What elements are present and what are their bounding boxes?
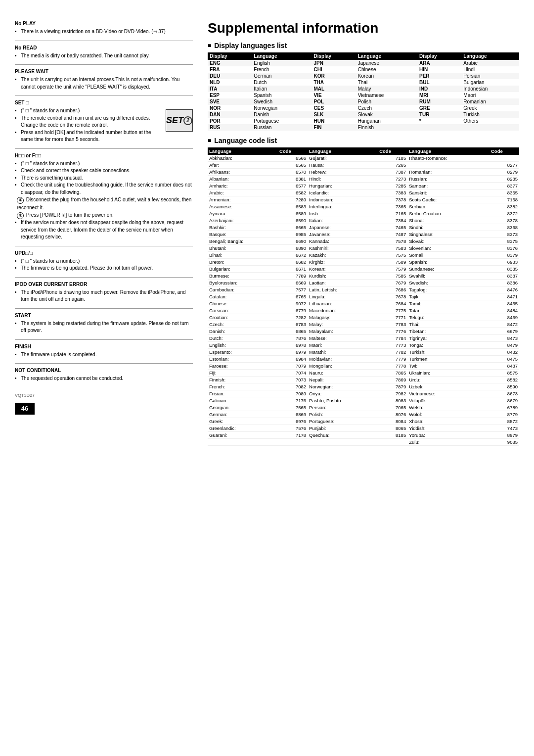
lang-code-row: Abkhazian:6566Gujarati:7185Rhaeto-Romanc… bbox=[208, 155, 519, 162]
display-lang-cell: Hindi bbox=[461, 66, 519, 73]
lang-name: Armenian: bbox=[208, 196, 278, 203]
lang-code: 8277 bbox=[490, 161, 519, 168]
lang-code-row: Zulu:9085 bbox=[208, 438, 519, 445]
lang-code-row: Bhutani:6890Kashmiri:7583Slovenian:8376 bbox=[208, 244, 519, 251]
lang-code: 7289 bbox=[278, 196, 308, 203]
lang-code: 7678 bbox=[378, 293, 407, 300]
lang-code: 6570 bbox=[278, 168, 308, 175]
lang-name: Pashto, Pushto: bbox=[308, 397, 378, 404]
no-play-section: No PLAY There is a viewing restriction o… bbox=[15, 20, 193, 36]
lang-name: Abkhazian: bbox=[208, 155, 278, 162]
lang-name: Byelorussian: bbox=[208, 279, 278, 286]
lang-code: 8373 bbox=[490, 231, 519, 237]
display-lang-cell: ENG bbox=[208, 60, 252, 66]
lang-code-row: Armenian:7289Indonesian:7378Scots Gaelic… bbox=[208, 196, 519, 203]
lang-name: Polish: bbox=[308, 411, 378, 418]
lang-name: Turkmen: bbox=[407, 355, 490, 362]
lang-code: 7679 bbox=[378, 279, 407, 286]
lang-code: 7073 bbox=[278, 376, 308, 383]
lang-name: Icelandic: bbox=[308, 189, 378, 196]
lang-code-row: Afrikaans:6570Hebrew:7387Romanian:8279 bbox=[208, 168, 519, 175]
lang-code: 8582 bbox=[490, 376, 519, 383]
lang-name: Lingala: bbox=[308, 293, 378, 300]
display-lang-row: RUSRussianFINFinnish bbox=[208, 124, 519, 131]
lang-code-row: Greenlandic:7576Punjabi:8065Yiddish:7473 bbox=[208, 425, 519, 431]
lang-code-row: Arabic:6582Icelandic:7383Sanskrit:8365 bbox=[208, 189, 519, 196]
lang-code: 9085 bbox=[490, 438, 519, 445]
lang-code-row: German:6869Polish:8076Wolof:8779 bbox=[208, 411, 519, 418]
lang-code-row: Amharic:6577Hungarian:7285Samoan:8377 bbox=[208, 182, 519, 189]
lang-name: Volapük: bbox=[407, 397, 490, 404]
lang-code: 7583 bbox=[378, 244, 407, 251]
hff-section: H□□ or F□□ (" □ " stands for a number.) … bbox=[15, 152, 193, 241]
display-lang-cell: Persian bbox=[461, 73, 519, 79]
lang-code: 7775 bbox=[378, 307, 407, 314]
start-section: START The system is being restarted duri… bbox=[15, 312, 193, 334]
display-lang-cell: NLD bbox=[208, 79, 252, 86]
display-lang-cell: DAN bbox=[208, 111, 252, 118]
display-lang-cell: Slovak bbox=[356, 111, 417, 118]
display-lang-cell: RUM bbox=[417, 98, 461, 105]
lang-name: Tigrinya: bbox=[407, 334, 490, 341]
display-lang-cell: ESP bbox=[208, 92, 252, 98]
right-column: Supplemental information Display languag… bbox=[203, 20, 519, 736]
lang-name bbox=[407, 161, 490, 168]
lang-name: Guarani: bbox=[208, 431, 278, 438]
display-lang-cell: Dutch bbox=[252, 79, 312, 86]
lang-code-row: Esperanto:6979Marathi:7782Turkish:8482 bbox=[208, 348, 519, 355]
lang-code-row: Galician:7176Pashto, Pushto:8083Volapük:… bbox=[208, 397, 519, 404]
display-lang-cell: Bulgarian bbox=[461, 79, 519, 86]
lang-code: 9072 bbox=[278, 300, 308, 307]
lang-name: Turkish: bbox=[407, 348, 490, 355]
lang-code bbox=[378, 438, 407, 445]
lang-code: 8479 bbox=[490, 341, 519, 348]
lang-code: 6783 bbox=[278, 321, 308, 328]
set-item-3: Press and hold [OK] and the indicated nu… bbox=[15, 129, 161, 143]
display-lang-cell: Korean bbox=[356, 73, 417, 79]
lang-name: Bengali; Bangla: bbox=[208, 237, 278, 244]
lang-code: 7487 bbox=[378, 231, 407, 237]
lang-name: Tamil: bbox=[407, 300, 490, 307]
lang-name: Rhaeto-Romance: bbox=[407, 155, 490, 162]
lang-name: Afar: bbox=[208, 161, 278, 168]
no-read-title: No READ bbox=[15, 44, 193, 51]
lang-code: 7082 bbox=[278, 383, 308, 390]
lang-name: Lithuanian: bbox=[308, 300, 378, 307]
lang-code: 6665 bbox=[278, 224, 308, 231]
lang-code: 6565 bbox=[278, 161, 308, 168]
lang-name: Laotian: bbox=[308, 279, 378, 286]
lang-code: 6979 bbox=[278, 348, 308, 355]
lang-code: 7784 bbox=[378, 334, 407, 341]
lang-code-row: Fiji:7074Nauru:7865Ukrainian:8575 bbox=[208, 369, 519, 376]
display-lang-cell: Danish bbox=[252, 111, 312, 118]
display-lang-cell: Malay bbox=[356, 86, 417, 92]
display-lang-cell: FRA bbox=[208, 66, 252, 73]
set-section: SET □ (" □ " stands for a number.) The r… bbox=[15, 99, 193, 143]
lang-code: 6671 bbox=[278, 265, 308, 272]
lang-code: 7383 bbox=[378, 189, 407, 196]
lang-name: Croatian: bbox=[208, 314, 278, 321]
display-lang-cell: IND bbox=[417, 86, 461, 92]
lang-code: 7778 bbox=[378, 362, 407, 369]
lang-code: 8673 bbox=[490, 390, 519, 397]
lang-code: 8375 bbox=[490, 237, 519, 244]
display-lang-cell: POR bbox=[208, 118, 252, 124]
lang-name: Tibetan: bbox=[407, 328, 490, 334]
lang-name: Catalan: bbox=[208, 293, 278, 300]
lang-name: Bashkir: bbox=[208, 224, 278, 231]
lang-name: Korean: bbox=[308, 265, 378, 272]
lang-name: English: bbox=[208, 341, 278, 348]
display-lang-cell: VIE bbox=[312, 92, 356, 98]
lang-code-row: Dutch:7876Maltese:7784Tigrinya:8473 bbox=[208, 334, 519, 341]
lang-code-row: Estonian:6984Moldavian:7779Turkmen:8475 bbox=[208, 355, 519, 362]
display-lang-cell: Hungarian bbox=[356, 118, 417, 124]
lang-code-row: Albanian:8381Hindi:7273Russian:8285 bbox=[208, 175, 519, 182]
lang-code-row: Assamese:6583Interlingua:7365Serbian:838… bbox=[208, 203, 519, 210]
disp-col-4: Language bbox=[356, 52, 417, 60]
lang-name: Albanian: bbox=[208, 175, 278, 182]
display-lang-cell: Indonesian bbox=[461, 86, 519, 92]
lang-name: Marathi: bbox=[308, 348, 378, 355]
display-lang-cell: Thai bbox=[356, 79, 417, 86]
lang-name: Uzbek: bbox=[407, 383, 490, 390]
lang-code: 7773 bbox=[378, 341, 407, 348]
